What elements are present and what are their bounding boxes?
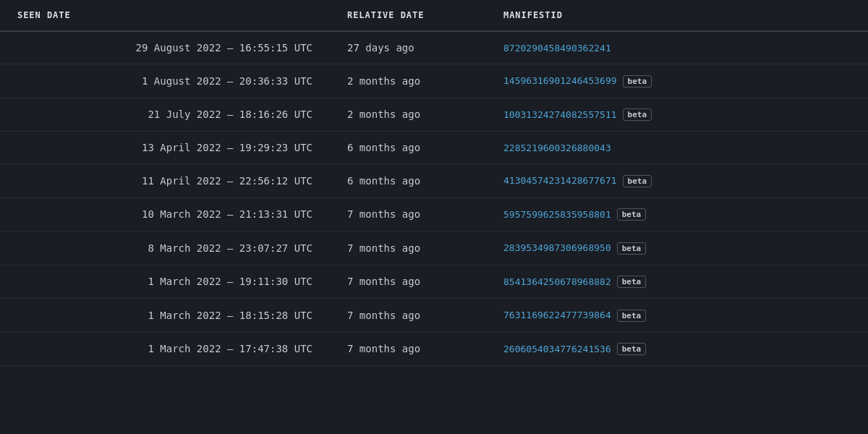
beta-badge: beta [623, 109, 652, 121]
cell-seen-date: 11 April 2022 – 22:56:12 UTC [0, 164, 330, 198]
cell-manifest-id: 8720290458490362241 [486, 31, 868, 64]
manifest-link[interactable]: 8720290458490362241 [503, 43, 611, 54]
manifest-link[interactable]: 5957599625835958801 [503, 209, 611, 220]
table-row: 1 March 2022 – 18:15:28 UTC7 months ago7… [0, 299, 868, 333]
manifest-link[interactable]: 10031324274082557511 [503, 109, 617, 120]
beta-badge: beta [617, 208, 647, 221]
table-row: 1 August 2022 – 20:36:33 UTC2 months ago… [0, 64, 868, 98]
beta-badge: beta [623, 175, 652, 187]
cell-seen-date: 10 March 2022 – 21:13:31 UTC [0, 197, 330, 231]
cell-relative-date: 27 days ago [330, 31, 486, 64]
cell-manifest-id: 41304574231428677671beta [486, 164, 868, 198]
manifest-link[interactable]: 14596316901246453699 [503, 75, 617, 86]
header-seen-date: SEEN DATE [0, 0, 330, 31]
cell-relative-date: 7 months ago [330, 197, 486, 231]
cell-manifest-id: 2285219600326880043 [486, 132, 868, 164]
cell-relative-date: 6 months ago [330, 164, 486, 198]
cell-relative-date: 7 months ago [330, 332, 486, 366]
cell-manifest-id: 10031324274082557511beta [486, 98, 868, 132]
manifest-link[interactable]: 7631169622477739864 [503, 310, 611, 320]
cell-seen-date: 21 July 2022 – 18:16:26 UTC [0, 98, 330, 132]
beta-badge: beta [617, 343, 647, 355]
cell-seen-date: 29 August 2022 – 16:55:15 UTC [0, 31, 330, 64]
table-header-row: SEEN DATE RELATIVE DATE MANIFESTID [0, 0, 868, 31]
cell-relative-date: 6 months ago [330, 132, 486, 164]
cell-seen-date: 1 March 2022 – 19:11:30 UTC [0, 265, 330, 299]
cell-manifest-id: 8541364250678968882beta [486, 265, 868, 299]
cell-relative-date: 7 months ago [330, 265, 486, 299]
table-row: 1 March 2022 – 19:11:30 UTC7 months ago8… [0, 265, 868, 299]
header-relative-date: RELATIVE DATE [330, 0, 486, 31]
cell-manifest-id: 7631169622477739864beta [486, 299, 868, 333]
manifest-link[interactable]: 2606054034776241536 [503, 344, 611, 354]
manifest-link[interactable]: 41304574231428677671 [503, 175, 617, 186]
manifest-table: SEEN DATE RELATIVE DATE MANIFESTID 29 Au… [0, 0, 868, 366]
table-row: 29 August 2022 – 16:55:15 UTC27 days ago… [0, 31, 868, 64]
table-row: 11 April 2022 – 22:56:12 UTC6 months ago… [0, 164, 868, 198]
table-row: 1 March 2022 – 17:47:38 UTC7 months ago2… [0, 332, 868, 366]
table-row: 13 April 2022 – 19:29:23 UTC6 months ago… [0, 132, 868, 164]
manifest-table-container: SEEN DATE RELATIVE DATE MANIFESTID 29 Au… [0, 0, 868, 366]
cell-seen-date: 1 March 2022 – 18:15:28 UTC [0, 299, 330, 333]
manifest-link[interactable]: 2285219600326880043 [503, 142, 611, 153]
manifest-link[interactable]: 2839534987306968950 [503, 242, 611, 253]
beta-badge: beta [623, 75, 652, 88]
cell-manifest-id: 2606054034776241536beta [486, 332, 868, 366]
cell-relative-date: 7 months ago [330, 231, 486, 265]
cell-seen-date: 1 March 2022 – 17:47:38 UTC [0, 332, 330, 366]
beta-badge: beta [617, 276, 647, 288]
table-row: 21 July 2022 – 18:16:26 UTC2 months ago1… [0, 98, 868, 132]
cell-seen-date: 8 March 2022 – 23:07:27 UTC [0, 231, 330, 265]
cell-relative-date: 7 months ago [330, 299, 486, 333]
cell-relative-date: 2 months ago [330, 98, 486, 132]
manifest-link[interactable]: 8541364250678968882 [503, 276, 611, 287]
beta-badge: beta [617, 242, 647, 255]
table-row: 10 March 2022 – 21:13:31 UTC7 months ago… [0, 197, 868, 231]
cell-seen-date: 13 April 2022 – 19:29:23 UTC [0, 132, 330, 164]
cell-seen-date: 1 August 2022 – 20:36:33 UTC [0, 64, 330, 98]
cell-manifest-id: 2839534987306968950beta [486, 231, 868, 265]
cell-manifest-id: 14596316901246453699beta [486, 64, 868, 98]
table-row: 8 March 2022 – 23:07:27 UTC7 months ago2… [0, 231, 868, 265]
beta-badge: beta [617, 310, 647, 322]
header-manifest-id: MANIFESTID [486, 0, 868, 31]
cell-relative-date: 2 months ago [330, 64, 486, 98]
cell-manifest-id: 5957599625835958801beta [486, 197, 868, 231]
